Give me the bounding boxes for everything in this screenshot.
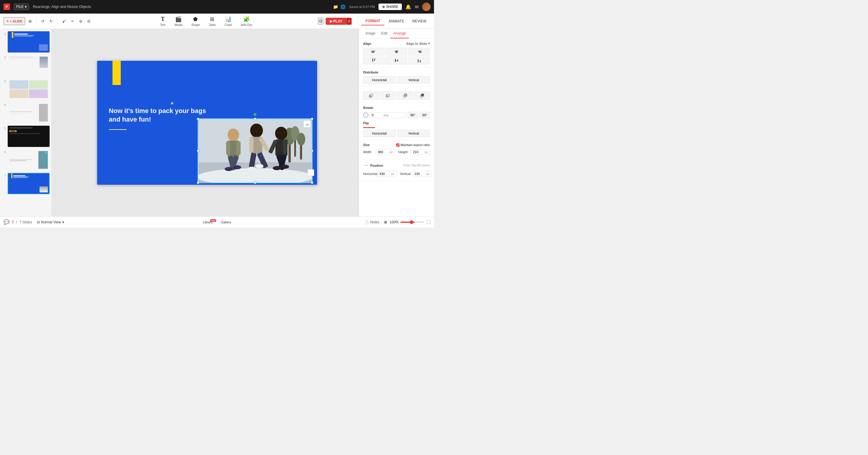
tab-image[interactable]: Image [363,29,378,38]
paste-button[interactable]: ⊟ [86,18,92,25]
rotate-input[interactable] [372,113,382,117]
slide-thumb-4[interactable]: 4 [2,102,50,123]
resize-handle-mr[interactable] [311,150,313,152]
tab-arrange[interactable]: Arrange [390,29,409,38]
play-button[interactable]: ▶ PLAY [326,18,347,25]
media-tool[interactable]: 🎬 Media [170,15,187,28]
text-tool[interactable]: T Text [156,14,169,28]
svg-point-28 [233,165,241,169]
paint-button[interactable]: 🖌 [61,18,68,25]
send-to-back-button[interactable] [363,92,379,100]
slide-thumb-1[interactable]: 1 [2,31,50,53]
resize-handle-tr[interactable] [311,118,313,120]
flip-vertical-button[interactable]: Vertical [397,130,430,137]
chat-icon[interactable]: 💬 [4,219,9,225]
zoom-slider[interactable] [400,222,424,223]
format-tab[interactable]: FORMAT [361,17,384,25]
grid-view-icon[interactable]: ⊞ [384,220,387,224]
slide-text-block[interactable]: Now it's time to pack your bags and have… [109,106,209,130]
zoom-controls: 100% [390,220,424,224]
file-menu-button[interactable]: FILE ▾ [13,4,29,10]
align-to-slide-dropdown[interactable]: Align to Slide ▾ [406,42,430,45]
table-tool[interactable]: ⊞ Table [205,15,220,28]
share-button[interactable]: ⊕ SHARE [378,4,402,10]
tab-edit[interactable]: Edit [378,29,390,38]
slide-main-text: Now it's time to pack your bags and have… [109,106,209,124]
library-button[interactable]: Library New [200,220,215,225]
undo-button[interactable]: ↺ [39,18,46,25]
slide-thumb-6[interactable]: 6 [2,149,50,170]
panel-collapse-handle[interactable]: ‹ [52,29,55,216]
resize-handle-bm[interactable] [254,182,256,184]
resize-handle-br[interactable] [311,182,313,184]
svg-rect-46 [395,59,396,62]
shape-tool[interactable]: ⬟ Shape [187,15,204,28]
slide-thumb-2[interactable]: 2 [2,55,50,76]
slide-view-button[interactable]: ⊞ [27,18,33,25]
align-middle-v-button[interactable] [386,57,407,64]
slide-preview-6[interactable] [8,149,50,170]
slide-thumb-3[interactable]: 3 [2,78,50,100]
slide-thumb-7[interactable]: 7 [2,173,50,194]
fullscreen-button[interactable]: ⛶ [426,220,430,225]
review-tab[interactable]: REVIEW [408,18,430,25]
distribute-buttons: Horizontal Vertical [363,76,430,84]
animate-tab[interactable]: ANIMATE [384,18,408,25]
folder-icon[interactable]: 📁 [333,4,338,9]
slides-panel: 1 2 [0,29,52,216]
align-bottom-button[interactable] [408,57,430,64]
slide-thumb-5[interactable]: 5 [2,126,50,147]
vertical-position-input[interactable] [414,172,425,175]
normal-view-button[interactable]: ⊟ Normal View ▾ [35,219,66,225]
slide-preview-5[interactable] [8,126,50,147]
align-left-button[interactable] [363,48,385,56]
notification-icon[interactable]: 🔔 [405,4,411,10]
distribute-vertical-button[interactable]: Vertical [397,76,430,84]
selected-image[interactable]: 🏔️ [197,118,313,183]
avatar[interactable] [422,3,430,11]
slide-preview-3[interactable] [8,78,50,100]
maintain-aspect-checkbox[interactable] [396,143,399,147]
resize-handle-tm[interactable] [254,118,256,120]
send-backward-button[interactable] [380,92,396,100]
horizontal-position-input[interactable] [379,172,390,175]
canvas-area[interactable]: Now it's time to pack your bags and have… [55,29,359,216]
gallery-button[interactable]: Gallery [218,220,234,225]
flip-horizontal-button[interactable]: Horizontal [363,130,396,137]
align-top-button[interactable] [363,57,385,64]
bottom-center: Library New Gallery [112,220,322,225]
height-input[interactable] [413,150,423,154]
horizontal-position-input-wrap: px [377,171,397,177]
collapse-icon: ‹ [53,121,54,124]
copy-button[interactable]: ⧉ [78,18,84,25]
rotate-90ccw-button[interactable]: 90° [420,112,430,118]
globe-icon[interactable]: 🌐 [340,4,345,9]
width-input[interactable] [378,150,388,154]
chart-tool[interactable]: 📊 Chart [221,15,236,28]
redo-button[interactable]: ↻ [48,18,54,25]
slide-preview-7[interactable] [8,173,50,194]
play-dropdown-button[interactable]: ▾ [347,18,352,25]
align-right-button[interactable] [408,48,430,56]
svg-rect-17 [249,137,253,152]
mail-icon[interactable]: ✉ [415,4,418,10]
add-slide-button[interactable]: + + SLIDE [4,17,25,25]
layer-buttons [363,92,430,100]
bring-to-front-button[interactable] [414,92,430,100]
notes-button[interactable]: 📄 Notes [362,219,382,225]
rotation-handle[interactable] [254,113,256,116]
resize-handle-tl[interactable] [197,118,199,120]
settings-button[interactable]: ⚙ [318,18,323,25]
slide-canvas: Now it's time to pack your bags and have… [97,61,317,185]
bring-forward-button[interactable] [397,92,413,100]
resize-handle-bl[interactable] [197,182,199,184]
slide-preview-4[interactable] [8,102,50,123]
scissors-button[interactable]: ✂ [69,18,76,25]
rotate-90cw-button[interactable]: 90° [408,112,418,118]
distribute-horizontal-button[interactable]: Horizontal [363,76,396,84]
slide-preview-2[interactable] [8,55,50,76]
align-center-h-button[interactable] [386,48,407,56]
resize-handle-ml[interactable] [197,150,199,152]
addons-tool[interactable]: 🧩 Add-Ons [237,15,256,28]
slide-preview-1[interactable] [8,31,50,53]
